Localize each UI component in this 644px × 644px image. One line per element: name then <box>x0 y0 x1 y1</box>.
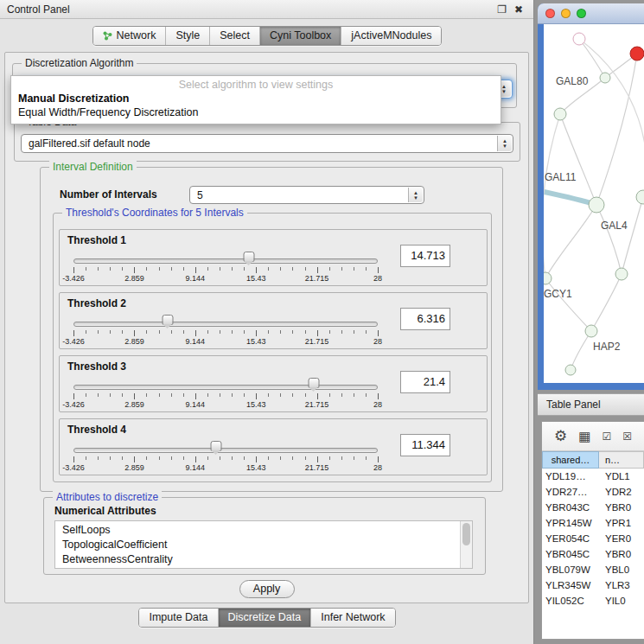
tab-cyni-toolbox[interactable]: Cyni Toolbox <box>259 27 341 45</box>
network-edge[interactable] <box>545 278 591 331</box>
slider-track[interactable] <box>73 385 378 390</box>
tick-label: -3.426 <box>62 400 85 409</box>
tick-label: -3.426 <box>62 337 85 346</box>
network-node[interactable] <box>630 47 644 61</box>
threshold-label: Threshold 4 <box>67 424 126 436</box>
cell-shared-name: YBR045C <box>542 546 599 562</box>
gear-icon[interactable]: ⚙ <box>554 427 567 445</box>
numerical-attributes-list[interactable]: SelfLoopsTopologicalCoefficientBetweenne… <box>54 520 473 569</box>
cell-name: YPR1 <box>599 515 644 531</box>
zoom-button[interactable] <box>577 9 586 18</box>
table-panel-title: Table Panel <box>546 399 601 411</box>
list-item[interactable]: BetweennessCentrality <box>55 552 472 567</box>
list-item[interactable]: TopologicalCoefficient <box>55 538 472 552</box>
network-node[interactable] <box>554 108 566 120</box>
table-row[interactable]: YLR345WYLR3 <box>542 577 644 593</box>
network-edge[interactable] <box>622 197 643 274</box>
table-row[interactable]: YPR145WYPR1 <box>542 515 644 531</box>
table-row[interactable]: YDR27…YDR2 <box>542 484 644 500</box>
tab-network[interactable]: Network <box>93 27 166 45</box>
column-header-shared-name[interactable]: shared… <box>542 451 599 469</box>
network-node[interactable] <box>585 325 597 337</box>
select-columns-icon[interactable]: ☑ <box>602 430 611 443</box>
column-header-name[interactable]: n… <box>599 451 644 469</box>
control-panel-titlebar: Control Panel ❐ ✖ <box>0 0 533 19</box>
tick-label: 2.859 <box>124 337 144 346</box>
network-node[interactable] <box>600 73 610 83</box>
attributes-group-label: Attributes to discretize <box>53 491 162 503</box>
control-panel: Control Panel ❐ ✖ NetworkStyleSelectCyni… <box>0 0 534 644</box>
slider-track[interactable] <box>73 448 378 453</box>
algorithm-option[interactable]: Manual Discretization <box>11 92 501 105</box>
network-icon <box>103 31 112 41</box>
slider-thumb[interactable] <box>163 315 174 325</box>
close-panel-icon[interactable]: ✖ <box>514 0 523 19</box>
slider-thumb[interactable] <box>244 252 255 262</box>
list-scrollbar[interactable] <box>460 521 472 568</box>
table-row[interactable]: YIL052CYIL0 <box>542 593 644 609</box>
threshold-value-field[interactable]: 14.713 <box>400 245 450 267</box>
combo-stepper-icon[interactable] <box>408 188 423 202</box>
network-node[interactable] <box>589 197 604 213</box>
float-window-icon[interactable]: ❐ <box>497 0 507 19</box>
slider-thumb[interactable] <box>211 441 222 451</box>
network-canvas[interactable]: GAL80GAL11GAL4GCY1HAP2 <box>544 24 644 383</box>
threshold-value-field[interactable]: 6.316 <box>400 308 450 330</box>
tab-label: Discretize Data <box>228 611 302 623</box>
network-edge[interactable] <box>591 274 622 331</box>
tick-label: 2.859 <box>124 463 144 472</box>
scrollbar-thumb[interactable] <box>462 523 470 545</box>
tab-discretize-data[interactable]: Discretize Data <box>218 609 311 627</box>
tab-label: Impute Data <box>149 611 207 623</box>
algorithm-option[interactable]: Equal Width/Frequency Discretization <box>11 105 501 119</box>
deselect-columns-icon[interactable]: ☒ <box>622 430 632 443</box>
close-button[interactable] <box>545 9 555 18</box>
column-grid-icon[interactable]: ▦ <box>578 429 590 444</box>
threshold-slider: -3.4262.8599.14415.4321.71528 <box>73 251 378 285</box>
cell-name: YDR2 <box>599 484 644 500</box>
network-edge[interactable] <box>545 205 596 278</box>
apply-button[interactable]: Apply <box>239 580 295 598</box>
tab-jactivemnodules[interactable]: jActiveMNodules <box>341 27 441 45</box>
slider-track[interactable] <box>73 322 378 327</box>
tab-impute-data[interactable]: Impute Data <box>139 609 217 627</box>
list-item[interactable]: SelfLoops <box>55 523 472 538</box>
tab-infer-network[interactable]: Infer Network <box>310 609 394 627</box>
network-window-titlebar[interactable] <box>538 3 644 24</box>
threshold-value-field[interactable]: 21.4 <box>400 371 450 393</box>
slider-thumb[interactable] <box>309 378 320 388</box>
tab-select[interactable]: Select <box>209 27 259 45</box>
cell-name: YBR0 <box>599 500 644 515</box>
minimize-button[interactable] <box>561 9 571 18</box>
network-node[interactable] <box>573 33 585 45</box>
table-row[interactable]: YDL19…YDL1 <box>542 469 644 484</box>
threshold-panel-4: Threshold 4-3.4262.8599.14415.4321.71528… <box>59 418 488 475</box>
table-data-combo[interactable]: galFiltered.sif default node <box>21 134 513 153</box>
threshold-value-field[interactable]: 11.344 <box>400 434 450 456</box>
threshold-label: Threshold 3 <box>67 360 126 373</box>
tick-label: -3.426 <box>62 463 85 472</box>
slider-track[interactable] <box>73 258 378 264</box>
number-of-intervals-label: Number of Intervals <box>60 188 157 201</box>
interval-definition-label: Interval Definition <box>49 161 137 173</box>
network-edge[interactable] <box>596 205 622 274</box>
table-row[interactable]: YBR043CYBR0 <box>542 500 644 515</box>
cell-shared-name: YPR145W <box>542 515 599 531</box>
combo-stepper-icon[interactable] <box>497 136 512 151</box>
network-edge[interactable] <box>571 331 591 370</box>
num-intervals-combo[interactable]: 5 <box>189 186 424 204</box>
network-graph[interactable]: GAL80GAL11GAL4GCY1HAP2 <box>544 24 644 383</box>
tab-style[interactable]: Style <box>165 27 209 45</box>
cell-name: YER0 <box>599 531 644 546</box>
network-node[interactable] <box>636 190 644 204</box>
table-row[interactable]: YBR045CYBR0 <box>542 546 644 562</box>
network-edge[interactable] <box>560 114 596 205</box>
table-row[interactable]: YER054CYER0 <box>542 531 644 546</box>
table-row[interactable]: YBL079WYBL0 <box>542 562 644 577</box>
network-node[interactable] <box>565 365 576 375</box>
network-node[interactable] <box>544 272 552 284</box>
tick-label: 15.43 <box>246 337 266 346</box>
network-edge[interactable] <box>579 39 644 197</box>
slider-ticks <box>73 267 378 273</box>
network-node[interactable] <box>615 268 628 280</box>
